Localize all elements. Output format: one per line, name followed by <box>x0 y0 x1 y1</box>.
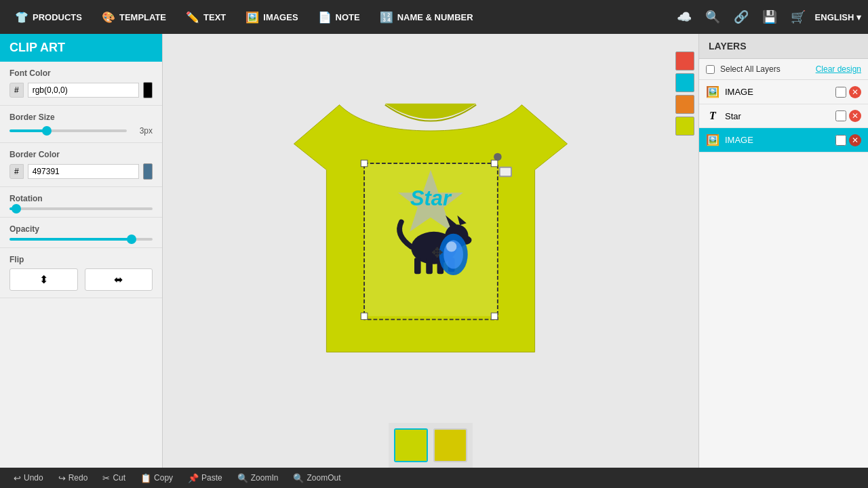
undo-button[interactable]: ↩ Undo <box>7 470 50 486</box>
cut-button[interactable]: ✂ Cut <box>96 470 132 486</box>
swatch-cyan[interactable] <box>675 73 694 92</box>
layer-star-icon: T <box>706 110 719 122</box>
zoomout-icon: 🔍 <box>293 473 304 483</box>
layers-actions: Select All Layers Clear design <box>699 59 868 80</box>
nav-products-label: PRODUCTS <box>33 12 82 22</box>
svg-rect-18 <box>361 160 368 167</box>
copy-label: Copy <box>154 473 173 483</box>
opacity-slider[interactable] <box>9 238 153 241</box>
copy-icon: 📋 <box>140 473 151 483</box>
name-number-icon: 🔢 <box>380 11 393 24</box>
color-swatches-panel <box>671 47 698 140</box>
search-button[interactable]: 🔍 <box>701 5 724 28</box>
rotation-slider[interactable] <box>9 207 153 210</box>
text-icon: ✏️ <box>186 11 199 24</box>
paste-label: Paste <box>201 473 222 483</box>
swatch-orange[interactable] <box>675 95 694 114</box>
layer-image2-actions: ✕ <box>835 134 861 146</box>
layer-star-name: Star <box>725 111 830 121</box>
border-size-slider[interactable] <box>9 129 127 132</box>
flip-section: Flip ⬍ ⬌ <box>0 248 162 298</box>
nav-note[interactable]: 📄 NOTE <box>310 7 368 28</box>
template-icon: 🎨 <box>102 11 115 24</box>
zoomout-button[interactable]: 🔍 ZoomOut <box>286 470 347 486</box>
border-color-input[interactable] <box>28 164 139 179</box>
rotation-section: Rotation <box>0 187 162 218</box>
nav-template[interactable]: 🎨 TEMPLATE <box>94 7 174 28</box>
canvas-wrapper: Star <box>163 34 698 423</box>
images-icon: 🖼️ <box>245 11 259 24</box>
nav-products[interactable]: 👕 PRODUCTS <box>7 7 90 28</box>
shirt-icon: 👕 <box>15 11 28 24</box>
tshirt-svg: Star <box>268 66 593 391</box>
layer-star-checkbox[interactable] <box>835 110 846 121</box>
flip-vertical-button[interactable]: ⬍ <box>9 268 78 291</box>
rotation-row <box>9 207 153 210</box>
flip-row: ⬍ ⬌ <box>9 268 153 291</box>
cart-button[interactable]: 🛒 <box>787 5 810 28</box>
font-color-section: Font Color # <box>0 62 162 106</box>
select-all-label[interactable]: Select All Layers <box>720 64 781 74</box>
layer-item-image2[interactable]: 🖼️ IMAGE ✕ <box>699 128 868 152</box>
swatch-red[interactable] <box>675 52 694 70</box>
svg-text:Star: Star <box>410 186 452 210</box>
font-color-swatch[interactable] <box>143 82 153 98</box>
swatch-yellow[interactable] <box>675 117 694 136</box>
cut-icon: ✂ <box>102 473 110 483</box>
select-all-checkbox[interactable] <box>706 65 715 74</box>
border-size-value: 3px <box>132 126 153 136</box>
thumbnail-1[interactable] <box>394 428 428 462</box>
main-layout: CLIP ART Font Color # Border Size 3px Bo… <box>0 34 868 468</box>
rotation-label: Rotation <box>9 194 153 203</box>
language-selector[interactable]: ENGLISH ▾ <box>815 12 861 22</box>
clear-design-button[interactable]: Clear design <box>816 64 861 74</box>
zoomin-button[interactable]: 🔍 ZoomIn <box>231 470 285 486</box>
svg-point-22 <box>494 153 502 161</box>
thumbnail-2[interactable] <box>433 428 467 462</box>
font-color-row: # <box>9 82 153 98</box>
layer-image2-delete[interactable]: ✕ <box>849 134 861 146</box>
svg-rect-8 <box>414 258 421 274</box>
nav-images-label: IMAGES <box>263 12 298 22</box>
layer-image2-icon: 🖼️ <box>706 134 719 146</box>
layers-header: LAYERS <box>699 34 868 59</box>
layer-image1-checkbox[interactable] <box>835 87 846 98</box>
copy-button[interactable]: 📋 Copy <box>134 470 180 486</box>
nav-name-number[interactable]: 🔢 NAME & NUMBER <box>372 7 481 28</box>
font-color-input[interactable] <box>28 83 139 98</box>
paste-button[interactable]: 📌 Paste <box>181 470 229 486</box>
layer-image1-delete[interactable]: ✕ <box>849 86 861 98</box>
svg-rect-16 <box>500 168 511 176</box>
layer-star-delete[interactable]: ✕ <box>849 110 861 122</box>
layer-item-image1[interactable]: 🖼️ IMAGE ✕ <box>699 80 868 104</box>
border-size-section: Border Size 3px <box>0 106 162 143</box>
nav-text[interactable]: ✏️ TEXT <box>178 7 234 28</box>
share-button[interactable]: 🔗 <box>730 5 753 28</box>
border-hash-sign: # <box>9 164 24 179</box>
border-color-label: Border Color <box>9 150 153 159</box>
layer-image2-name: IMAGE <box>725 135 830 145</box>
opacity-section: Opacity <box>0 218 162 248</box>
layer-image2-checkbox[interactable] <box>835 135 846 146</box>
layer-star-actions: ✕ <box>835 110 861 122</box>
nav-right-actions: ☁️ 🔍 🔗 💾 🛒 ENGLISH ▾ <box>673 5 861 28</box>
opacity-row <box>9 238 153 241</box>
nav-text-label: TEXT <box>203 12 226 22</box>
font-color-label: Font Color <box>9 68 153 78</box>
border-color-swatch[interactable] <box>143 163 153 180</box>
right-panel: LAYERS Select All Layers Clear design 🖼️… <box>698 34 868 468</box>
bottom-toolbar: ↩ Undo ↪ Redo ✂ Cut 📋 Copy 📌 Paste 🔍 Zoo… <box>0 468 868 488</box>
border-size-row: 3px <box>9 126 153 136</box>
save-button[interactable]: 💾 <box>758 5 781 28</box>
layer-item-star[interactable]: T Star ✕ <box>699 104 868 128</box>
hash-sign: # <box>9 83 24 98</box>
nav-images[interactable]: 🖼️ IMAGES <box>237 7 306 28</box>
redo-button[interactable]: ↪ Redo <box>52 470 95 486</box>
zoomin-icon: 🔍 <box>237 473 248 483</box>
redo-icon: ↪ <box>58 473 66 483</box>
flip-label: Flip <box>9 255 153 264</box>
tshirt-container[interactable]: Star <box>268 66 593 391</box>
zoomout-label: ZoomOut <box>307 473 340 483</box>
upload-button[interactable]: ☁️ <box>673 5 696 28</box>
flip-horizontal-button[interactable]: ⬌ <box>85 268 153 291</box>
